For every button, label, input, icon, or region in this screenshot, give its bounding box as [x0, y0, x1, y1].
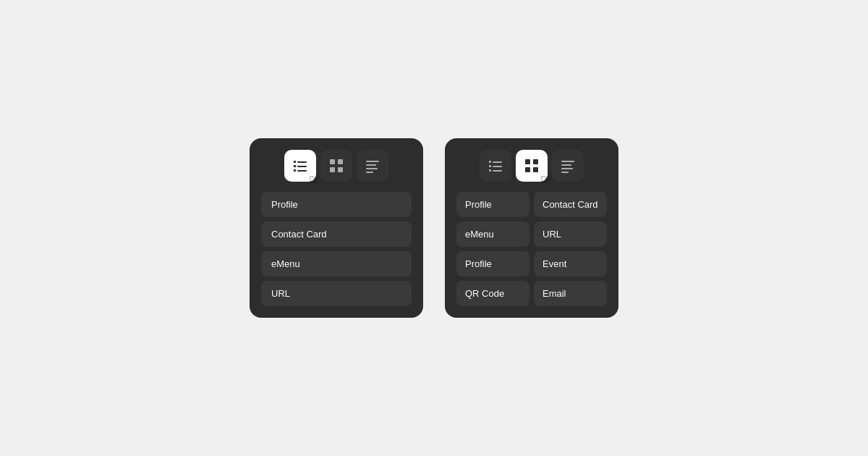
grid-icon-active: [523, 157, 540, 174]
svg-rect-0: [294, 161, 296, 163]
list-item-url[interactable]: URL: [261, 281, 412, 306]
svg-rect-5: [297, 170, 307, 172]
svg-rect-25: [561, 164, 571, 166]
header-icons-grid: ☞: [480, 150, 584, 182]
list-icon-right: [487, 157, 504, 174]
list-icon: [292, 157, 309, 174]
svg-rect-24: [561, 161, 574, 162]
svg-rect-20: [525, 159, 530, 164]
svg-rect-18: [489, 169, 491, 172]
svg-rect-12: [366, 168, 378, 169]
text-icon-right: [559, 157, 576, 174]
list-view-card: ☞ Profile: [250, 138, 423, 318]
grid-icon-left: [328, 157, 345, 174]
list-menu-items: Profile Contact Card eMenu URL: [261, 192, 412, 306]
svg-rect-6: [330, 159, 335, 164]
svg-rect-2: [294, 165, 296, 167]
svg-rect-22: [525, 167, 530, 172]
card-header-list: ☞: [261, 150, 412, 182]
grid-item-contact-card[interactable]: Contact Card: [534, 192, 607, 217]
grid-item-emenu[interactable]: eMenu: [456, 221, 529, 247]
grid-item-email[interactable]: Email: [534, 281, 607, 306]
list-item-profile[interactable]: Profile: [261, 192, 412, 217]
svg-rect-23: [533, 167, 538, 172]
svg-rect-17: [493, 166, 502, 167]
text-icon-left: [364, 157, 381, 174]
svg-rect-26: [561, 168, 573, 169]
grid-view-button-left[interactable]: [320, 150, 352, 182]
grid-item-event[interactable]: Event: [534, 251, 607, 276]
svg-rect-4: [294, 169, 296, 172]
svg-rect-11: [366, 164, 376, 166]
svg-rect-14: [489, 161, 491, 163]
svg-rect-16: [489, 165, 491, 167]
text-view-button-right[interactable]: [552, 150, 584, 182]
grid-item-url[interactable]: URL: [534, 221, 607, 247]
grid-item-qr-code[interactable]: QR Code: [456, 281, 529, 306]
text-view-button-left[interactable]: [357, 150, 388, 182]
grid-view-button[interactable]: ☞: [516, 150, 548, 182]
card-header-grid: ☞: [456, 150, 607, 182]
grid-view-card: ☞ Profile Contact Card eMenu URL Profile…: [445, 138, 618, 318]
svg-rect-7: [338, 159, 343, 164]
svg-rect-8: [330, 167, 335, 172]
cursor-pointer-list: ☞: [309, 172, 320, 187]
header-icons-list: ☞: [284, 150, 388, 182]
svg-rect-3: [297, 166, 307, 167]
list-view-button[interactable]: ☞: [284, 150, 316, 182]
cursor-pointer-grid: ☞: [540, 172, 552, 187]
svg-rect-27: [561, 172, 569, 173]
svg-rect-21: [533, 159, 538, 164]
grid-item-profile[interactable]: Profile: [456, 192, 529, 217]
svg-rect-15: [493, 161, 502, 163]
svg-rect-1: [297, 161, 307, 163]
svg-rect-19: [493, 170, 502, 172]
svg-rect-13: [366, 172, 373, 173]
svg-rect-9: [338, 167, 343, 172]
list-item-contact-card[interactable]: Contact Card: [261, 221, 412, 247]
list-view-button-right[interactable]: [480, 150, 511, 182]
grid-item-profile-2[interactable]: Profile: [456, 251, 529, 276]
svg-rect-10: [366, 161, 379, 162]
grid-menu-items: Profile Contact Card eMenu URL Profile E…: [456, 192, 607, 306]
list-item-emenu[interactable]: eMenu: [261, 251, 412, 276]
